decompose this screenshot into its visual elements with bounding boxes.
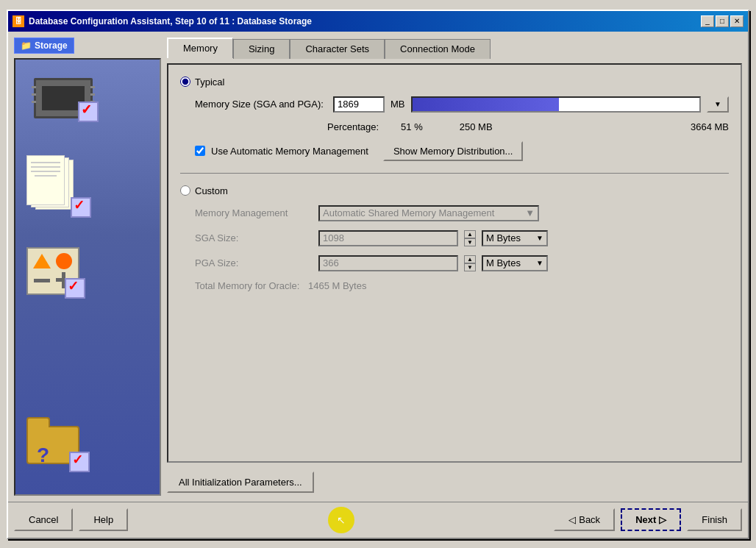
percentage-row: Percentage: 51 % 250 MB 3664 MB [327, 121, 729, 132]
shape-circle [56, 253, 72, 269]
pga-down-btn[interactable]: ▼ [464, 263, 476, 271]
sga-spinner: ▲ ▼ [464, 230, 476, 246]
tab-sizing[interactable]: Sizing [233, 39, 290, 59]
pga-spinner: ▲ ▼ [464, 255, 476, 271]
total-label: Total Memory for Oracle: [195, 280, 299, 291]
memory-mgmt-value: Automatic Shared Memory Management [323, 207, 494, 218]
close-button[interactable]: ✕ [730, 15, 743, 27]
custom-label: Custom [195, 185, 228, 196]
minimize-button[interactable]: _ [701, 15, 714, 27]
main-window: 🗄 Database Configuration Assistant, Step… [7, 10, 749, 539]
custom-radio-row: Custom [180, 185, 729, 196]
shape-minus [34, 279, 50, 282]
tab-connection-mode[interactable]: Connection Mode [385, 39, 491, 59]
next-button[interactable]: Next ▷ [621, 508, 681, 531]
sga-unit-dropdown[interactable]: M Bytes ▼ [482, 230, 548, 246]
memory-size-row: Memory Size (SGA and PGA): 1869 MB ▼ [195, 96, 729, 113]
help-button[interactable]: Help [79, 508, 128, 531]
folder-icon: 📁 [21, 40, 32, 51]
pga-up-btn[interactable]: ▲ [464, 255, 476, 263]
sga-up-btn[interactable]: ▲ [464, 230, 476, 238]
spacer: ↖ [128, 507, 554, 533]
cursor-arrow-icon: ↖ [337, 514, 346, 526]
app-icon: 🗄 [13, 15, 24, 27]
total-value: 1465 M Bytes [308, 280, 367, 291]
memory-mgmt-arrow: ▼ [525, 207, 535, 218]
pga-unit-value: M Bytes [486, 257, 521, 268]
auto-memory-label: Use Automatic Memory Management [211, 146, 368, 157]
memory-size-unit: MB [391, 99, 405, 110]
custom-radio[interactable] [180, 185, 190, 196]
restore-button[interactable]: □ [716, 15, 729, 27]
finish-button[interactable]: Finish [687, 508, 742, 531]
docs-checkmark: ✓ [71, 197, 91, 218]
main-panel: Memory Sizing Character Sets Connection … [167, 38, 742, 496]
auto-memory-row: Use Automatic Memory Management Show Mem… [195, 141, 729, 161]
tab-character-sets[interactable]: Character Sets [290, 39, 385, 59]
memory-mgmt-dropdown[interactable]: Automatic Shared Memory Management ▼ [318, 205, 539, 221]
memory-size-input[interactable]: 1869 [333, 96, 385, 113]
memory-progress-bar [411, 96, 702, 113]
mb-250: 250 MB [460, 121, 493, 132]
cancel-button[interactable]: Cancel [14, 508, 73, 531]
sga-size-label: SGA Size: [195, 232, 313, 243]
pga-unit-dropdown[interactable]: M Bytes ▼ [482, 255, 548, 271]
show-distribution-button[interactable]: Show Memory Distribution... [383, 141, 524, 161]
shapes-checkmark: ✓ [65, 278, 85, 299]
back-button[interactable]: ◁ Back [554, 508, 615, 531]
sga-size-input[interactable]: 1098 [318, 230, 458, 246]
typical-radio-row: Typical [180, 76, 729, 88]
title-bar: 🗄 Database Configuration Assistant, Step… [8, 11, 748, 32]
sidebar-docs-container: ✓ [26, 155, 85, 214]
sidebar-chip-container: ✓ [34, 78, 93, 118]
next-label: Next [635, 514, 656, 525]
memory-size-label: Memory Size (SGA and PGA): [195, 99, 327, 110]
pga-size-row: PGA Size: 366 ▲ ▼ M Bytes ▼ [195, 255, 729, 271]
sidebar-label: 📁 Storage [14, 38, 74, 54]
sidebar-folder-container: ? ✓ [26, 417, 84, 469]
memory-dropdown-btn[interactable]: ▼ [707, 96, 729, 113]
window-content: 📁 Storage [8, 32, 748, 502]
memory-mgmt-row: Memory Management Automatic Shared Memor… [195, 205, 729, 221]
tabs: Memory Sizing Character Sets Connection … [167, 38, 742, 57]
left-buttons: Cancel Help [14, 508, 128, 531]
typical-label: Typical [195, 76, 224, 88]
percentage-label: Percentage: [327, 121, 379, 132]
sidebar-shapes-container: ✓ [26, 247, 79, 295]
folder-checkmark: ✓ [69, 452, 90, 472]
typical-radio[interactable] [180, 76, 190, 87]
shape-triangle [33, 254, 51, 268]
tab-memory[interactable]: Memory [167, 38, 233, 58]
chip-checkmark: ✓ [78, 102, 99, 122]
sga-unit-value: M Bytes [486, 232, 521, 243]
next-arrow-icon: ▷ [659, 514, 666, 525]
sga-size-row: SGA Size: 1098 ▲ ▼ M Bytes ▼ [195, 230, 729, 246]
pga-size-label: PGA Size: [195, 257, 313, 268]
window-title: Database Configuration Assistant, Step 1… [29, 16, 312, 26]
cursor-indicator: ↖ [328, 507, 354, 533]
pga-unit-arrow: ▼ [536, 259, 543, 267]
sidebar-title: Storage [35, 40, 68, 51]
panel-content: Typical Memory Size (SGA and PGA): 1869 … [167, 63, 742, 463]
mb-3664: 3664 MB [691, 121, 729, 132]
sidebar: 📁 Storage [14, 38, 161, 496]
total-memory-row: Total Memory for Oracle: 1465 M Bytes [195, 280, 729, 291]
sidebar-image: ✓ ✓ [14, 58, 161, 496]
sga-down-btn[interactable]: ▼ [464, 238, 476, 246]
pga-size-input[interactable]: 366 [318, 255, 458, 271]
auto-memory-checkbox[interactable] [195, 146, 205, 156]
sga-unit-arrow: ▼ [536, 234, 543, 242]
back-arrow-icon: ◁ [568, 514, 576, 525]
separator [180, 173, 729, 174]
right-buttons: ◁ Back Next ▷ Finish [554, 508, 742, 531]
back-label: Back [579, 514, 600, 525]
progress-fill [413, 98, 559, 111]
init-params-container: All Initialization Parameters... [167, 469, 742, 496]
percentage-value: 51 % [401, 121, 423, 132]
title-bar-buttons: _ □ ✕ [701, 15, 743, 27]
memory-mgmt-label: Memory Management [195, 207, 313, 218]
init-params-button[interactable]: All Initialization Parameters... [167, 472, 314, 493]
cursor-area: ↖ [128, 507, 554, 533]
bottom-bar: Cancel Help ↖ ◁ Back Next ▷ Finish [8, 502, 748, 538]
title-bar-left: 🗄 Database Configuration Assistant, Step… [13, 15, 312, 27]
